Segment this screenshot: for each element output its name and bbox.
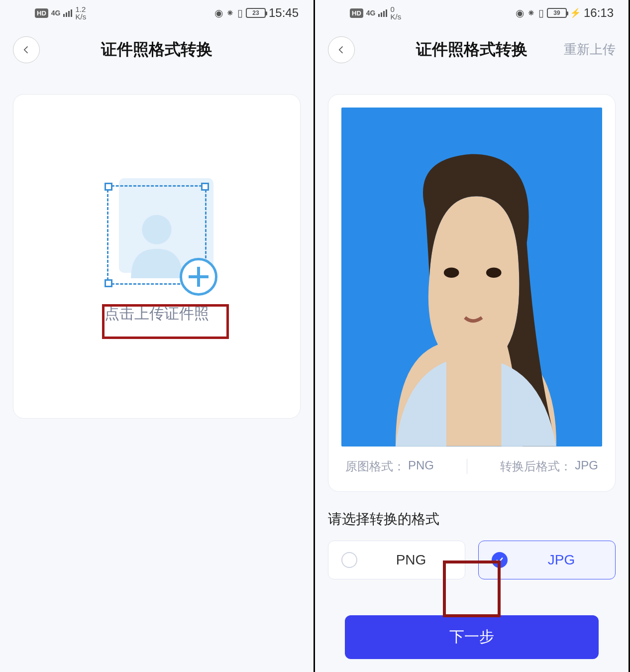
conv-format-value: JPG [575, 458, 598, 474]
vibrate-icon: ▯ [538, 7, 544, 19]
conv-format-label: 转换后格式： [500, 458, 572, 474]
svg-point-1 [444, 268, 459, 278]
option-label: JPG [521, 552, 602, 568]
orig-format-label: 原图格式： [345, 458, 405, 474]
speed-value: 0 [390, 5, 401, 13]
speed-unit: K/s [75, 13, 86, 20]
upload-placeholder[interactable] [107, 185, 207, 285]
format-option-jpg[interactable]: JPG [478, 541, 616, 579]
status-left: HD 4G 1.2 K/s [35, 5, 86, 20]
page-title: 证件照格式转换 [0, 39, 314, 61]
chevron-left-icon [336, 45, 346, 55]
portrait-placeholder-icon [345, 108, 599, 447]
network-type: 4G [51, 9, 61, 16]
vibrate-icon: ▯ [237, 7, 243, 19]
format-option-png[interactable]: PNG [328, 541, 465, 579]
reupload-button[interactable]: 重新上传 [564, 41, 616, 58]
svg-point-0 [142, 215, 171, 244]
bluetooth-icon: ⁕ [226, 7, 234, 19]
preview-card: 原图格式： PNG 转换后格式： JPG [328, 94, 616, 492]
status-right: ◉ ⁕ ▯ 23 15:45 [214, 6, 299, 20]
next-button[interactable]: 下一步 [345, 615, 599, 659]
signal-icon [378, 9, 387, 17]
radio-checked-icon [492, 552, 508, 568]
battery-icon: 23 [246, 8, 266, 18]
option-label: PNG [370, 552, 452, 568]
divider [467, 459, 467, 474]
hd-badge-icon: HD [35, 8, 48, 18]
photo-preview [341, 108, 602, 447]
clock: 16:13 [584, 6, 614, 20]
status-bar: HD 4G 0 K/s ◉ ⁕ ▯ 39 ⚡ 16:13 [315, 0, 629, 26]
upload-card: 点击上传证件照 [13, 94, 301, 419]
choose-format-label: 请选择转换的格式 [328, 510, 616, 529]
eye-icon: ◉ [214, 7, 223, 19]
svg-point-2 [486, 268, 502, 278]
nav-header: 证件照格式转换 重新上传 [315, 26, 629, 73]
next-button-label: 下一步 [449, 627, 494, 647]
network-indicator: 4G [51, 9, 61, 16]
phone-screen-upload: HD 4G 1.2 K/s ◉ ⁕ ▯ 23 15:45 证件照格式转换 [0, 0, 315, 672]
orig-format-value: PNG [408, 458, 434, 474]
signal-icon [63, 9, 72, 17]
upload-label: 点击上传证件照 [105, 304, 209, 324]
status-bar: HD 4G 1.2 K/s ◉ ⁕ ▯ 23 15:45 [0, 0, 314, 26]
network-indicator: 4G [366, 9, 376, 16]
upload-area: 点击上传证件照 [26, 108, 287, 401]
phone-screen-preview: HD 4G 0 K/s ◉ ⁕ ▯ 39 ⚡ 16:13 证件照格式转换 重新上… [315, 0, 630, 672]
format-options: PNG JPG [328, 541, 616, 579]
original-format: 原图格式： PNG [345, 458, 434, 474]
status-right: ◉ ⁕ ▯ 39 ⚡ 16:13 [516, 6, 614, 20]
back-button[interactable] [13, 36, 40, 63]
back-button[interactable] [328, 36, 355, 63]
charging-icon: ⚡ [570, 7, 581, 18]
data-speed: 1.2 K/s [75, 5, 86, 20]
speed-value: 1.2 [75, 5, 86, 13]
speed-unit: K/s [390, 13, 401, 20]
eye-icon: ◉ [516, 7, 524, 19]
converted-format: 转换后格式： JPG [500, 458, 598, 474]
radio-icon [341, 552, 357, 568]
add-icon [180, 258, 217, 296]
clock: 15:45 [269, 6, 299, 20]
bluetooth-icon: ⁕ [527, 7, 535, 19]
status-left: HD 4G 0 K/s [350, 5, 401, 20]
chevron-left-icon [21, 45, 31, 55]
hd-badge-icon: HD [350, 8, 363, 18]
nav-header: 证件照格式转换 [0, 26, 314, 73]
network-type: 4G [366, 9, 376, 16]
battery-icon: 39 [547, 8, 567, 18]
format-info-row: 原图格式： PNG 转换后格式： JPG [341, 447, 602, 474]
data-speed: 0 K/s [390, 5, 401, 20]
